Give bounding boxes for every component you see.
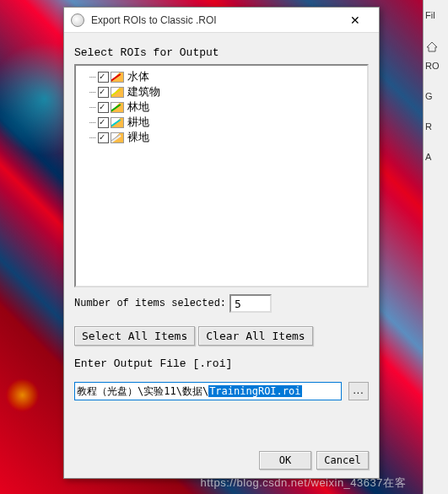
roi-checkbox[interactable] [98,87,109,98]
tree-connector-icon: ┈ [89,116,96,129]
dialog-title: Export ROIs to Classic .ROI [91,14,338,26]
output-path-selection: TrainingROI.roi [208,385,301,397]
output-row: 教程（光盘）\实验11\数据\TrainingROI.roi ... [74,382,369,400]
roi-color-icon [111,102,124,113]
tree-connector-icon: ┈ [89,86,96,99]
clear-all-button[interactable]: Clear All Items [198,326,312,346]
num-items-input[interactable] [229,294,272,313]
bulk-buttons-row: Select All Items Clear All Items [74,326,369,346]
export-roi-dialog: Export ROIs to Classic .ROI ✕ Select ROI… [63,7,380,479]
browse-button[interactable]: ... [348,382,369,400]
dialog-footer: OK Cancel [74,439,369,470]
right-label-a: A [425,152,446,162]
cancel-button[interactable]: Cancel [316,451,369,470]
right-label-ro: RO [425,61,446,71]
roi-item[interactable]: ┈ 水体 [81,69,362,84]
roi-tree[interactable]: ┈ 水体 ┈ 建筑物 ┈ 林地 ┈ 耕地 [74,64,369,287]
titlebar: Export ROIs to Classic .ROI ✕ [64,8,379,33]
roi-label: 水体 [127,69,149,84]
home-icon [425,40,439,52]
roi-color-icon [111,87,124,98]
roi-color-icon [111,72,124,83]
watermark-text: https://blog.csdn.net/weixin_43637在客 [201,475,406,491]
tree-connector-icon: ┈ [89,132,96,144]
tree-connector-icon: ┈ [89,101,96,114]
right-docked-panel: Fil RO G R A [423,0,448,494]
right-label-g: G [425,91,446,101]
app-icon [71,13,84,27]
dialog-body: Select ROIs for Output ┈ 水体 ┈ 建筑物 ┈ 林地 [64,33,379,478]
tree-connector-icon: ┈ [89,71,96,83]
roi-color-icon [111,132,124,143]
roi-label: 裸地 [127,130,149,145]
close-button[interactable]: ✕ [338,13,372,27]
roi-label: 耕地 [127,115,149,130]
select-all-button[interactable]: Select All Items [74,326,195,346]
select-rois-label: Select ROIs for Output [74,46,369,59]
roi-color-icon [111,117,124,128]
output-file-label: Enter Output File [.roi] [74,357,369,370]
count-row: Number of items selected: [74,294,369,313]
roi-item[interactable]: ┈ 林地 [81,99,362,115]
right-label-fil: Fil [425,10,446,20]
roi-label: 林地 [127,99,149,115]
roi-checkbox[interactable] [98,132,109,143]
roi-checkbox[interactable] [98,102,109,113]
roi-checkbox[interactable] [98,117,109,128]
output-path-prefix: 教程（光盘）\实验11\数据\ [77,384,208,399]
output-file-input[interactable]: 教程（光盘）\实验11\数据\TrainingROI.roi [74,382,342,400]
roi-item[interactable]: ┈ 耕地 [81,115,362,130]
roi-item[interactable]: ┈ 裸地 [81,130,362,145]
num-items-label: Number of items selected: [74,298,226,309]
right-label-r: R [425,121,446,132]
roi-item[interactable]: ┈ 建筑物 [81,84,362,99]
roi-checkbox[interactable] [98,72,109,83]
roi-label: 建筑物 [127,84,160,99]
ok-button[interactable]: OK [259,451,311,470]
